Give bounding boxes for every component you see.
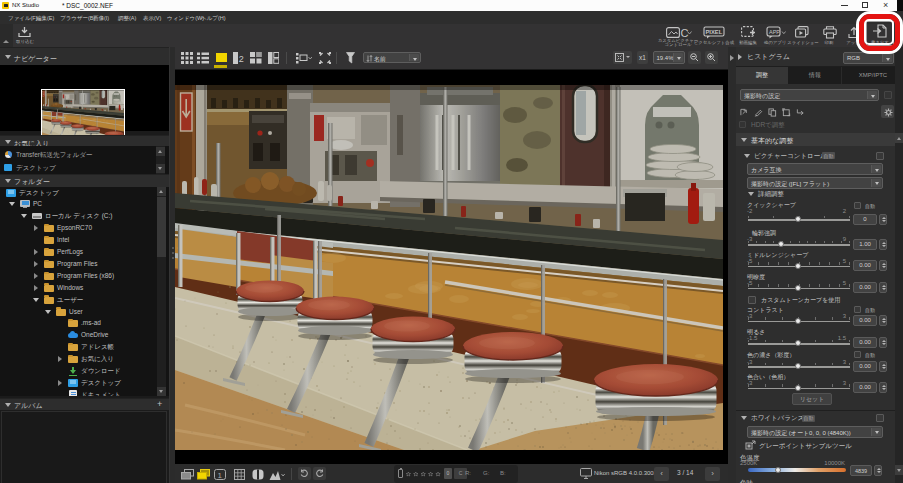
svg-text:2: 2 — [239, 54, 244, 64]
svg-text:C: C — [681, 27, 689, 39]
svg-text:1: 1 — [218, 471, 223, 480]
svg-text:APP: APP — [769, 29, 780, 35]
svg-text:PIXEL: PIXEL — [706, 29, 723, 35]
